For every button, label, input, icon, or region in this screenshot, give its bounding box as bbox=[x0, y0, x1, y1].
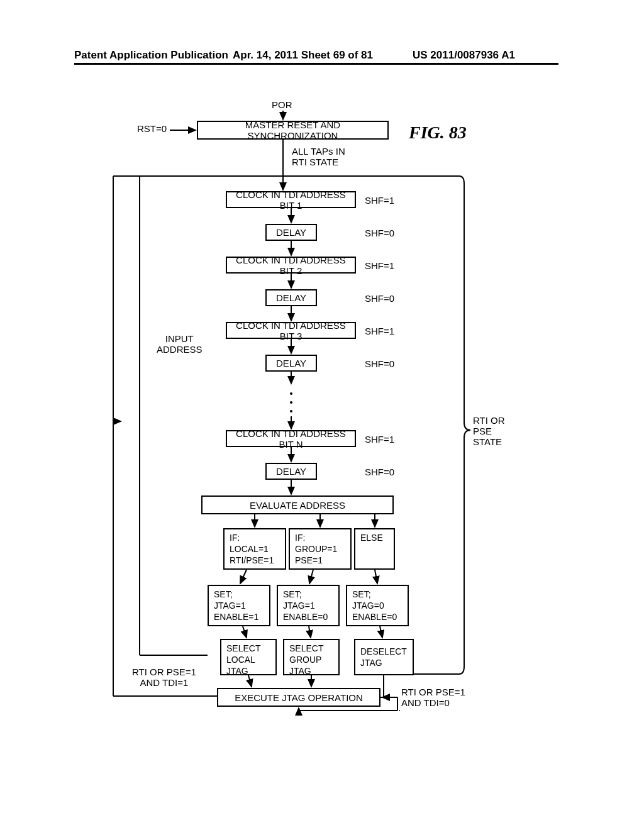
header-mid: Apr. 14, 2011 Sheet 69 of 81 bbox=[233, 49, 373, 62]
svg-line-23 bbox=[380, 626, 382, 638]
svg-point-9 bbox=[290, 392, 292, 395]
label-all-taps: ALL TAPs IN RTI STATE bbox=[292, 146, 345, 167]
box-master-reset: MASTER RESET AND SYNCHRONIZATION bbox=[197, 121, 389, 140]
label-shf1-b: SHF=1 bbox=[365, 260, 394, 271]
box-if-group: IF: GROUP=1 PSE=1 bbox=[289, 528, 352, 570]
label-shf0-a: SHF=0 bbox=[365, 228, 394, 238]
svg-line-19 bbox=[309, 570, 313, 584]
svg-line-21 bbox=[243, 626, 247, 638]
box-clock-bit-n: CLOCK IN TDI ADDRESS BIT N bbox=[226, 430, 356, 447]
label-input-address: INPUT ADDRESS bbox=[157, 333, 203, 355]
svg-line-20 bbox=[375, 570, 377, 584]
box-delay-n: DELAY bbox=[265, 463, 317, 480]
box-set-1: SET; JTAG=1 ENABLE=1 bbox=[208, 585, 270, 626]
label-rti-pse-tdi0: RTI OR PSE=1 AND TDI=0 bbox=[401, 687, 465, 708]
header-right: US 2011/0087936 A1 bbox=[413, 49, 515, 62]
label-shf0-b: SHF=0 bbox=[365, 293, 394, 304]
svg-line-18 bbox=[240, 570, 247, 584]
label-rti-pse-state: RTI OR PSE STATE bbox=[473, 415, 505, 447]
box-deselect: DESELECT JTAG bbox=[354, 639, 414, 675]
label-rst0: RST=0 bbox=[137, 123, 167, 134]
box-execute: EXECUTE JTAG OPERATION bbox=[217, 688, 380, 707]
svg-line-22 bbox=[309, 626, 311, 638]
label-shf1-a: SHF=1 bbox=[365, 195, 394, 206]
label-shf0-c: SHF=0 bbox=[365, 358, 394, 369]
box-delay-1: DELAY bbox=[265, 224, 317, 241]
header-rule bbox=[74, 63, 558, 65]
entry-por: POR bbox=[272, 99, 292, 110]
box-evaluate: EVALUATE ADDRESS bbox=[201, 495, 394, 514]
svg-point-11 bbox=[290, 410, 292, 412]
box-select-group: SELECT GROUP JTAG bbox=[283, 639, 340, 675]
box-else: ELSE bbox=[354, 528, 395, 570]
box-if-local: IF: LOCAL=1 RTI/PSE=1 bbox=[223, 528, 286, 570]
box-set-2: SET; JTAG=1 ENABLE=0 bbox=[277, 585, 340, 626]
box-clock-bit-2: CLOCK IN TDI ADDRESS BIT 2 bbox=[226, 257, 356, 274]
svg-line-24 bbox=[248, 675, 252, 687]
box-clock-bit-3: CLOCK IN TDI ADDRESS BIT 3 bbox=[226, 322, 356, 339]
box-set-3: SET; JTAG=0 ENABLE=0 bbox=[346, 585, 409, 626]
svg-point-10 bbox=[290, 401, 292, 404]
box-clock-bit-1: CLOCK IN TDI ADDRESS BIT 1 bbox=[226, 191, 356, 208]
figure-title: FIG. 83 bbox=[409, 123, 467, 143]
box-select-local: SELECT LOCAL JTAG bbox=[220, 639, 277, 675]
label-shf1-n: SHF=1 bbox=[365, 434, 394, 445]
label-shf1-c: SHF=1 bbox=[365, 326, 394, 336]
header-left: Patent Application Publication bbox=[74, 49, 228, 62]
label-shf0-n: SHF=0 bbox=[365, 467, 394, 477]
box-delay-2: DELAY bbox=[265, 289, 317, 306]
box-delay-3: DELAY bbox=[265, 355, 317, 372]
label-rti-pse-tdi1: RTI OR PSE=1 AND TDI=1 bbox=[132, 667, 196, 688]
